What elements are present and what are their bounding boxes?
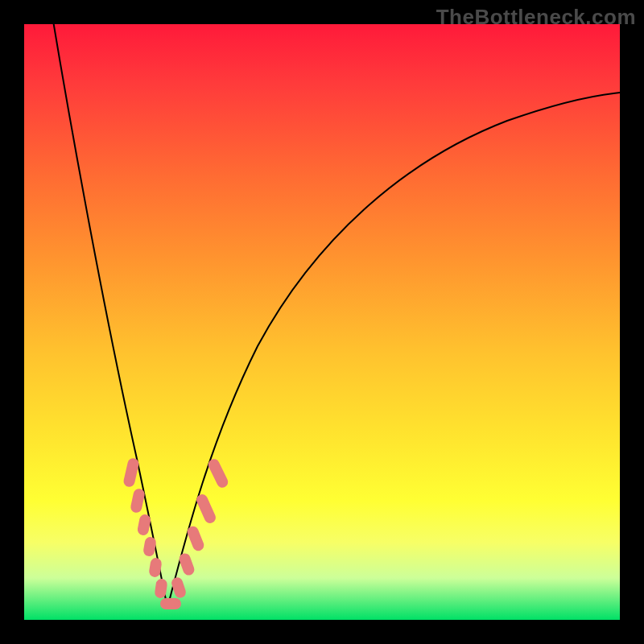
svg-rect-9	[187, 526, 204, 551]
svg-rect-4	[149, 558, 161, 577]
svg-rect-7	[171, 577, 187, 599]
curve-svg	[24, 24, 620, 620]
chart-frame: TheBottleneck.com	[0, 0, 644, 644]
svg-rect-6	[161, 599, 180, 609]
svg-rect-10	[196, 493, 217, 524]
svg-rect-0	[123, 458, 138, 487]
svg-rect-2	[138, 514, 151, 535]
svg-rect-11	[208, 458, 229, 489]
svg-rect-3	[143, 537, 156, 556]
plot-area	[24, 24, 620, 620]
curve-right	[167, 93, 620, 608]
svg-rect-1	[130, 489, 145, 513]
svg-rect-5	[155, 579, 167, 597]
svg-rect-8	[179, 553, 195, 576]
marker-group	[123, 458, 229, 609]
